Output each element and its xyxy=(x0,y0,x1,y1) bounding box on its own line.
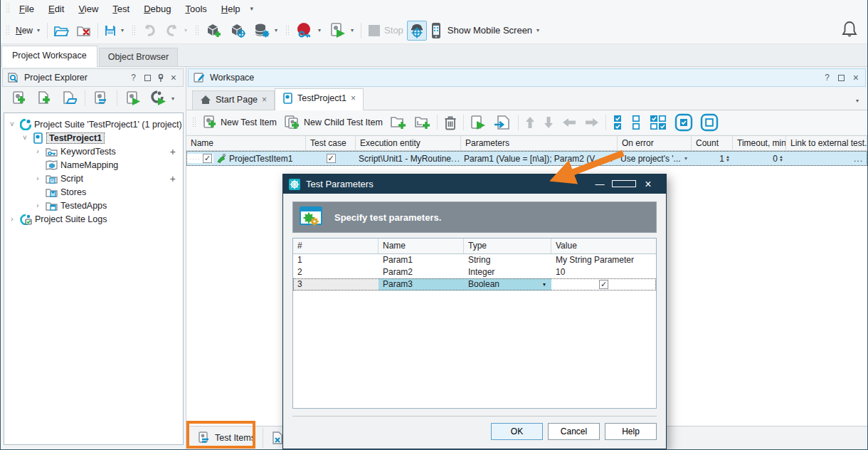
tab-project-workspace[interactable]: Project Workspace xyxy=(1,46,97,67)
chevron-down-icon[interactable]: ▾ xyxy=(170,95,176,102)
menu-test[interactable]: Test xyxy=(105,2,137,16)
pin-icon[interactable] xyxy=(157,73,164,82)
tree-item-project-suite-logs[interactable]: › Project Suite Logs xyxy=(4,212,183,226)
chevron-down-icon[interactable]: ▾ xyxy=(120,27,125,33)
parameter-row[interactable]: 1 Param1 String My String Parameter xyxy=(293,254,656,266)
close-tab-icon[interactable]: × xyxy=(262,95,267,105)
new-group-button[interactable] xyxy=(386,113,411,132)
add-child-plus-button[interactable]: + xyxy=(170,173,176,184)
link-external-browse-button[interactable]: ... xyxy=(854,154,864,164)
param-value-checkbox[interactable]: ✓ xyxy=(599,280,608,289)
new-child-test-item-button[interactable]: New Child Test Item xyxy=(280,112,386,132)
check-all-button[interactable] xyxy=(608,112,627,133)
tab-start-page[interactable]: Start Page × xyxy=(192,90,275,110)
toolbar-grip[interactable] xyxy=(192,117,196,128)
cancel-button[interactable]: Cancel xyxy=(548,423,600,440)
panel-maximize-button[interactable] xyxy=(838,75,845,81)
chevron-down-icon[interactable]: ▾ xyxy=(273,27,279,33)
database-settings-button[interactable]: ▾ xyxy=(250,21,282,41)
column-header-parameters[interactable]: Parameters xyxy=(461,136,618,150)
execution-entity-browse-button[interactable]: ... xyxy=(451,154,461,164)
dialog-maximize-button[interactable] xyxy=(612,179,636,189)
chevron-expanded-icon[interactable]: ˅ xyxy=(7,120,17,128)
run-focused-button[interactable] xyxy=(490,112,516,132)
param-type-dropdown[interactable]: Boolean ▾ xyxy=(464,278,551,291)
new-test-item-button[interactable]: New Test Item xyxy=(199,112,280,132)
save-button[interactable]: ▾ xyxy=(100,22,129,39)
run-selected-button[interactable] xyxy=(466,112,490,132)
chevron-down-icon[interactable]: ▾ xyxy=(317,27,322,33)
dialog-minimize-button[interactable]: — xyxy=(588,179,612,189)
organize-test-items-button[interactable] xyxy=(90,88,112,108)
column-header-count[interactable]: Count xyxy=(692,136,733,150)
uncheck-all-button[interactable] xyxy=(627,112,645,133)
column-header-value[interactable]: Value xyxy=(551,239,656,253)
row-enabled-checkbox[interactable]: ✓ xyxy=(203,154,212,163)
chevron-collapsed-icon[interactable]: › xyxy=(7,215,17,223)
panel-close-button[interactable]: × xyxy=(169,74,179,81)
show-mobile-screen-button[interactable]: Show Mobile Screen ▾ xyxy=(427,20,544,41)
tree-item-script[interactable]: › Script + xyxy=(4,172,183,185)
dialog-titlebar[interactable]: Test Parameters — × xyxy=(283,174,666,194)
column-header-test-case[interactable]: Test case xyxy=(306,136,356,150)
ok-button[interactable]: OK xyxy=(491,423,543,440)
tree-item-stores[interactable]: Stores xyxy=(4,185,183,199)
add-child-plus-button[interactable]: + xyxy=(170,146,176,157)
tab-object-browser[interactable]: Object Browser xyxy=(99,48,178,66)
test-case-checkbox[interactable]: ✓ xyxy=(327,154,336,163)
redo-button[interactable]: ▾ xyxy=(161,21,192,40)
delete-button[interactable] xyxy=(440,112,461,132)
menu-overflow-icon[interactable]: ▾ xyxy=(248,5,257,12)
new-button[interactable]: New ▾ xyxy=(12,23,45,38)
column-header-name[interactable]: Name xyxy=(186,136,306,150)
record-test-button[interactable]: ▾ xyxy=(292,20,326,41)
row-grip-icon[interactable]: ···· xyxy=(189,155,201,162)
timeout-spinner[interactable]: ▲▼ xyxy=(779,155,783,162)
toolbar-grip[interactable] xyxy=(285,25,289,36)
notifications-bell-button[interactable] xyxy=(841,20,858,38)
object-spy-cube-button[interactable] xyxy=(226,21,250,41)
menu-debug[interactable]: Debug xyxy=(137,2,178,16)
panel-help-button[interactable]: ? xyxy=(129,73,138,83)
chevron-down-icon[interactable]: ▾ xyxy=(535,27,541,33)
parameter-row[interactable]: 2 Param2 Integer 10 xyxy=(293,266,656,278)
column-header-timeout[interactable]: Timeout, min xyxy=(733,136,786,150)
tab-test-items[interactable]: Test Items xyxy=(191,428,263,448)
count-spinner[interactable]: ▲▼ xyxy=(726,155,730,162)
add-existing-item-button[interactable] xyxy=(58,88,80,108)
on-error-dropdown-icon[interactable]: ▾ xyxy=(683,155,689,162)
chevron-collapsed-icon[interactable]: › xyxy=(33,202,43,209)
menu-help[interactable]: Help xyxy=(214,2,248,16)
toolbar-grip[interactable] xyxy=(6,25,9,36)
chevron-collapsed-icon[interactable]: › xyxy=(33,174,43,182)
menu-view[interactable]: View xyxy=(71,2,105,16)
tree-item-testproject1[interactable]: ˅ TestProject1 xyxy=(4,131,183,145)
help-button[interactable]: Help xyxy=(605,423,657,440)
run-project-suite-button[interactable]: ▾ xyxy=(147,88,179,108)
uncheck-selected-button[interactable] xyxy=(697,111,722,134)
tree-item-namemapping[interactable]: NameMapping xyxy=(4,158,183,172)
column-header-name[interactable]: Name xyxy=(379,239,464,253)
toolbar-grip[interactable] xyxy=(132,25,135,36)
test-item-row[interactable]: ···· ✓ ProjectTestItem1 ✓ Script\Unit1 -… xyxy=(186,151,867,166)
menu-file[interactable]: File xyxy=(12,2,41,16)
toolbar-grip[interactable] xyxy=(6,3,9,14)
add-new-project-button[interactable] xyxy=(8,88,31,108)
tab-list-dropdown-icon[interactable]: ▾ xyxy=(854,98,860,104)
check-selected-button[interactable] xyxy=(671,111,697,134)
chevron-expanded-icon[interactable]: ˅ xyxy=(20,134,30,142)
column-header-type[interactable]: Type xyxy=(464,239,551,253)
pause-on-spy-toggle[interactable] xyxy=(407,21,427,41)
type-dropdown-icon[interactable]: ▾ xyxy=(541,278,547,291)
parameters-browse-button[interactable]: ... xyxy=(604,154,615,164)
column-header-execution-entity[interactable]: Execution entity xyxy=(356,136,461,150)
column-header-link-external[interactable]: Link to external test... xyxy=(786,136,867,150)
menu-tools[interactable]: Tools xyxy=(178,2,213,16)
new-item-button[interactable] xyxy=(33,88,55,108)
open-file-button[interactable] xyxy=(50,22,73,39)
column-header-num[interactable]: # xyxy=(293,239,379,253)
panel-close-button[interactable]: × xyxy=(851,74,861,81)
panel-help-button[interactable]: ? xyxy=(822,73,832,83)
tree-item-keywordtests[interactable]: › KeywordTests + xyxy=(4,145,183,158)
new-child-group-button[interactable] xyxy=(411,113,435,132)
